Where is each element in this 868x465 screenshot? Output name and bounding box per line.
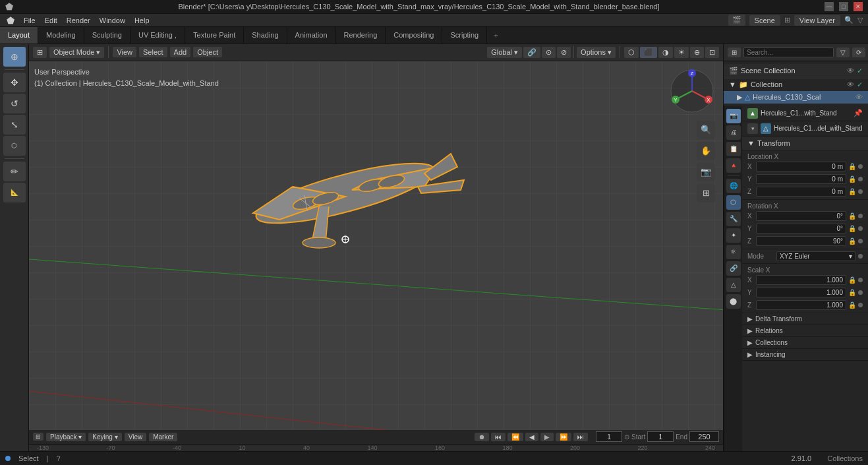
shading-overlay[interactable]: ⊕	[690, 47, 704, 58]
world-props-icon[interactable]: 🌐	[726, 179, 741, 193]
move-tool[interactable]: ✥	[3, 73, 26, 92]
rotation-y-lock[interactable]: 🔒	[848, 225, 856, 232]
shading-solid[interactable]: ⬛	[640, 47, 657, 58]
rotation-z-lock[interactable]: 🔒	[848, 237, 856, 245]
tab-sculpting[interactable]: Sculpting	[84, 27, 130, 43]
minimize-button[interactable]: —	[825, 2, 834, 11]
pin-icon[interactable]: 📌	[854, 109, 863, 117]
hand-icon-btn[interactable]: ✋	[697, 142, 715, 160]
add-menu[interactable]: Add	[170, 47, 191, 57]
transform-tool[interactable]: ⬡	[3, 136, 26, 156]
playback-menu[interactable]: Playback ▾	[46, 433, 86, 441]
editor-type-button[interactable]: ⊞	[33, 47, 47, 58]
location-x-lock[interactable]: 🔒	[848, 163, 856, 170]
jump-start-btn[interactable]: ⏮	[491, 433, 506, 441]
play-btn[interactable]: ▶	[540, 433, 554, 441]
tab-animation[interactable]: Animation	[287, 27, 336, 43]
end-frame-input[interactable]	[689, 431, 719, 442]
annotate-tool[interactable]: ✏	[3, 162, 26, 181]
scale-x-input[interactable]	[756, 275, 846, 285]
collection-hide[interactable]: 👁	[847, 80, 854, 88]
scale-x-lock[interactable]: 🔒	[848, 276, 856, 284]
menu-window[interactable]: Window	[96, 15, 129, 26]
tab-scripting[interactable]: Scripting	[442, 27, 487, 43]
output-props-icon[interactable]: 🖨	[726, 125, 741, 140]
outliner-search[interactable]	[743, 47, 834, 57]
proportional2-btn[interactable]: ⊘	[557, 47, 571, 58]
menu-blender[interactable]: ⬟	[3, 14, 18, 27]
rotation-z-input[interactable]	[756, 236, 846, 246]
scale-z-input[interactable]	[756, 300, 846, 310]
scale-y-lock[interactable]: 🔒	[848, 289, 856, 296]
viewport-gizmo[interactable]: Z X Y	[669, 68, 715, 114]
mode-dot[interactable]	[858, 254, 863, 259]
menu-edit[interactable]: Edit	[41, 15, 61, 26]
grid-icon-btn[interactable]: ⊞	[697, 184, 715, 202]
tab-uv-editing[interactable]: UV Editing ,	[130, 27, 185, 43]
tab-rendering[interactable]: Rendering	[336, 27, 386, 43]
viewport-canvas[interactable]: User Perspective (1) Collection | Hercul…	[29, 61, 723, 430]
airplane-object[interactable]	[214, 127, 490, 312]
particles-icon[interactable]: ✦	[726, 228, 741, 243]
cursor-tool[interactable]: ⊕	[3, 47, 26, 67]
object-data-dropdown[interactable]: ▾	[747, 123, 758, 134]
physics-icon[interactable]: ⚛	[726, 245, 741, 259]
options-btn[interactable]: Options ▾	[577, 47, 616, 58]
material-icon[interactable]: ⬤	[726, 294, 741, 309]
timeline-view-menu[interactable]: View	[125, 433, 147, 441]
scale-tool[interactable]: ⤡	[3, 115, 26, 135]
prev-frame-btn[interactable]: ⏪	[507, 433, 523, 441]
next-frame-btn[interactable]: ⏩	[556, 433, 571, 441]
render-props-icon[interactable]: 📷	[726, 109, 741, 123]
location-x-input[interactable]	[756, 162, 846, 171]
object-hide[interactable]: 👁	[855, 93, 863, 101]
rotation-y-dot[interactable]	[858, 226, 863, 231]
rotation-mode-value[interactable]: XYZ Euler ▾	[776, 251, 855, 261]
collection-check[interactable]: ✓	[857, 80, 863, 89]
zoom-icon-btn[interactable]: 🔍	[697, 121, 715, 139]
scene-selector[interactable]: Scene	[749, 15, 780, 26]
timeline-editor-type[interactable]: ⊞	[33, 433, 43, 441]
constraints-icon[interactable]: 🔗	[726, 261, 741, 276]
location-y-input[interactable]	[756, 174, 846, 184]
tab-compositing[interactable]: Compositing	[386, 27, 442, 43]
rotation-x-input[interactable]	[756, 211, 846, 221]
rotation-x-dot[interactable]	[858, 214, 863, 218]
view-menu[interactable]: View	[113, 47, 136, 57]
delta-transform-header[interactable]: ▶ Delta Transform	[742, 313, 868, 325]
snap-btn[interactable]: 🔗	[523, 47, 540, 58]
location-y-lock[interactable]: 🔒	[848, 175, 856, 183]
rotate-tool[interactable]: ↺	[3, 94, 26, 113]
tab-modeling[interactable]: Modeling	[38, 27, 84, 43]
outliner-editor-type[interactable]: ⊞	[728, 47, 741, 57]
menu-render[interactable]: Render	[63, 15, 94, 26]
fps-icon[interactable]: ⊙	[624, 433, 629, 441]
filter-icon[interactable]: ▽	[857, 16, 863, 24]
maximize-button[interactable]: □	[839, 2, 848, 11]
scene-props-icon[interactable]: 🔺	[726, 158, 741, 173]
current-frame-input[interactable]	[596, 431, 622, 442]
camera-icon-btn[interactable]: 📷	[697, 163, 715, 181]
close-button[interactable]: ✕	[854, 2, 863, 11]
rotation-x-lock[interactable]: 🔒	[848, 212, 856, 220]
outliner-collection-row[interactable]: ▼ 📁 Collection 👁 ✓	[724, 78, 868, 91]
outliner-filter[interactable]: ▽	[836, 47, 850, 57]
add-workspace-button[interactable]: ＋	[487, 27, 504, 43]
object-menu[interactable]: Object	[193, 47, 222, 57]
location-x-dot[interactable]	[858, 164, 863, 169]
object-mode-button[interactable]: Object Mode ▾	[49, 47, 104, 58]
location-z-dot[interactable]	[858, 189, 863, 194]
scale-y-dot[interactable]	[858, 290, 863, 295]
shading-render[interactable]: ☀	[674, 47, 689, 58]
object-data-name[interactable]: Hercules_C1...del_with_Stand	[774, 125, 863, 132]
start-frame-input[interactable]	[647, 431, 674, 442]
record-btn[interactable]: ⏺	[475, 433, 489, 441]
view-layer-props-icon[interactable]: 📋	[726, 142, 741, 156]
outliner-sync[interactable]: ⟳	[852, 47, 865, 57]
location-z-lock[interactable]: 🔒	[848, 188, 856, 195]
location-y-dot[interactable]	[858, 177, 863, 181]
jump-end-btn[interactable]: ⏭	[573, 433, 588, 441]
tab-layout[interactable]: Layout	[0, 27, 38, 43]
collections-header[interactable]: ▶ Collections	[742, 337, 868, 348]
menu-file[interactable]: File	[20, 15, 40, 26]
